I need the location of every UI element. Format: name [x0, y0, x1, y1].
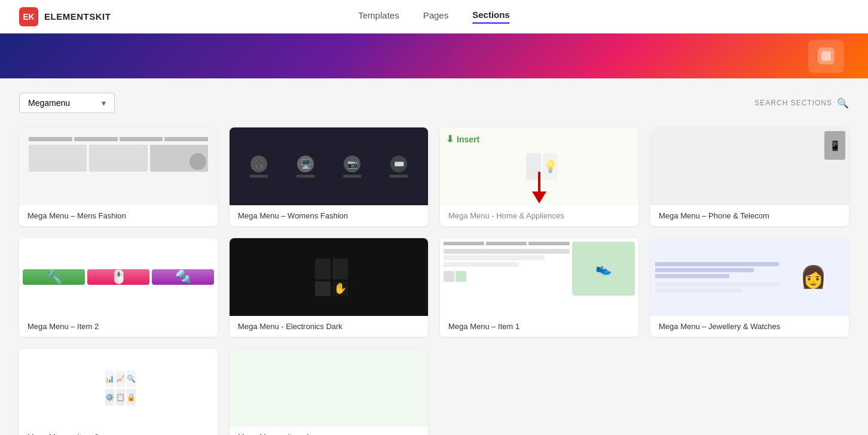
download-icon: ⬇ [446, 133, 454, 145]
card-label: Mega Menu – Mens Fashion [19, 205, 218, 226]
search-icon[interactable]: 🔍 [837, 98, 849, 109]
svg-marker-3 [532, 191, 546, 203]
chevron-down-icon: ▾ [102, 98, 106, 108]
card-thumbnail: 👟 [440, 238, 638, 316]
insert-button[interactable]: ⬇ Insert [446, 133, 479, 145]
svg-rect-1 [821, 51, 831, 61]
card-electronics-dark[interactable]: ✋ Mega Menu - Electronics Dark [230, 238, 428, 337]
card-item1[interactable]: 👟 Mega Menu – Item 1 [440, 238, 638, 337]
card-label: Mega Menu – Phone & Telecom [650, 205, 849, 226]
card-label: Mega Menu – Womens Fashion [230, 205, 428, 226]
tab-sections[interactable]: Sections [472, 10, 510, 24]
card-thumbnail: 🔧 🖱️ 🔩 [19, 238, 218, 316]
card-thumbnail: 👩 [650, 238, 849, 316]
template-grid: Mega Menu – Mens Fashion 🎧 🖥️ 📷 ⌨️ [19, 127, 849, 435]
card-thumbnail [230, 349, 428, 427]
card-label: Mega Menu – Item 4 [230, 427, 428, 435]
banner [0, 34, 868, 78]
card-thumbnail: ✋ [230, 238, 428, 316]
card-thumbnail: 📊 📈 🔍 ⚙️ 📋 🔒 [19, 349, 218, 427]
search-area: SEARCH SECTIONS 🔍 [754, 98, 849, 109]
logo-area: EK ELEMENTSKIT [19, 7, 111, 26]
main-content: Megamenu ▾ SEARCH SECTIONS 🔍 [0, 78, 868, 435]
card-home-appliances[interactable]: 💡 ⬇ Insert Mega Menu - Home & Appliences [440, 127, 638, 226]
card-label: Mega Menu - Electronics Dark [230, 316, 428, 337]
nav-tabs: Templates Pages Sections [358, 10, 509, 24]
card-label: Mega Menu – Item 1 [440, 316, 638, 337]
card-item2[interactable]: 🔧 🖱️ 🔩 Mega Menu – Item 2 [19, 238, 218, 337]
card-item4[interactable]: Mega Menu – Item 4 [230, 349, 428, 435]
insert-arrow [527, 169, 551, 207]
card-label: Mega Menu – Jewellery & Watches [650, 316, 849, 337]
card-thumbnail [19, 127, 218, 205]
card-label: Mega Menu – Item 3 [19, 427, 218, 435]
card-thumbnail: 📱 [650, 127, 849, 205]
header: EK ELEMENTSKIT Templates Pages Sections [0, 0, 868, 34]
card-jewellery[interactable]: 👩 Mega Menu – Jewellery & Watches [650, 238, 849, 337]
card-mens-fashion[interactable]: Mega Menu – Mens Fashion [19, 127, 218, 226]
tab-templates[interactable]: Templates [358, 10, 399, 23]
card-item3[interactable]: 📊 📈 🔍 ⚙️ 📋 🔒 Mega Menu – Item 3 [19, 349, 218, 435]
category-dropdown[interactable]: Megamenu ▾ [19, 93, 115, 113]
card-label: Mega Menu – Item 2 [19, 316, 218, 337]
card-womens-fashion[interactable]: 🎧 🖥️ 📷 ⌨️ Mega Menu – Womens Fashion [230, 127, 428, 226]
search-label: SEARCH SECTIONS [754, 99, 832, 107]
card-phone-telecom[interactable]: 📱 Mega Menu – Phone & Telecom [650, 127, 849, 226]
insert-overlay: ⬇ Insert [440, 127, 638, 226]
card-thumbnail: 🎧 🖥️ 📷 ⌨️ [230, 127, 428, 205]
toolbar-row: Megamenu ▾ SEARCH SECTIONS 🔍 [19, 93, 849, 113]
logo-text: ELEMENTSKIT [44, 11, 111, 22]
banner-icon [808, 39, 844, 72]
logo-icon: EK [19, 7, 38, 26]
tab-pages[interactable]: Pages [423, 10, 449, 23]
